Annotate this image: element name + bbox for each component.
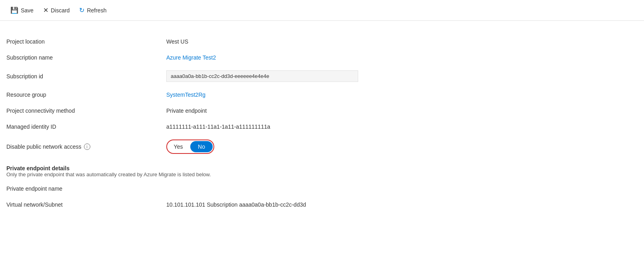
subscription-id-value: aaaa0a0a-bb1b-cc2c-dd3d-eeeeee4e4e4e [166,66,638,87]
project-location-value: West US [166,34,638,50]
toggle-yes-button[interactable]: Yes [167,141,189,152]
refresh-button[interactable]: ↻ Refresh [75,5,110,16]
discard-icon: ✕ [43,7,48,14]
subscription-id-label: Subscription id [6,66,166,87]
save-label: Save [21,7,34,14]
info-icon[interactable]: i [84,143,90,150]
form-grid: Project location West US Subscription na… [6,34,638,213]
content-area: Project location West US Subscription na… [0,21,644,225]
private-endpoint-name-label: Private endpoint name [6,181,166,197]
connectivity-method-label: Project connectivity method [6,103,166,119]
private-endpoint-section-header: Private endpoint details Only the privat… [6,159,638,181]
save-button[interactable]: 💾 Save [6,5,38,16]
subscription-name-label: Subscription name [6,50,166,66]
private-endpoint-name-value [166,181,638,197]
discard-button[interactable]: ✕ Discard [39,5,74,16]
managed-identity-label: Managed identity ID [6,119,166,135]
connectivity-method-value: Private endpoint [166,103,638,119]
managed-identity-value: a1111111-a111-11a1-1a11-a111111111a [166,119,638,135]
disable-public-network-label: Disable public network access i [6,135,166,159]
resource-group-value[interactable]: SystemTest2Rg [166,87,638,103]
refresh-icon: ↻ [79,7,84,14]
virtual-network-label: Virtual network/Subnet [6,197,166,213]
toolbar: 💾 Save ✕ Discard ↻ Refresh [0,0,644,21]
private-endpoint-title: Private endpoint details [6,165,638,171]
resource-group-label: Resource group [6,87,166,103]
subscription-name-value[interactable]: Azure Migrate Test2 [166,50,638,66]
virtual-network-value: 10.101.101.101 Subscription aaaa0a0a-bb1… [166,197,638,213]
toggle-container-wrapper: Yes No [166,135,638,159]
refresh-label: Refresh [87,7,106,14]
toggle-yes-no: Yes No [166,139,214,154]
toggle-no-button[interactable]: No [190,141,213,152]
project-location-label: Project location [6,34,166,50]
private-endpoint-description: Only the private endpoint that was autom… [6,171,638,179]
discard-label: Discard [51,7,70,14]
save-icon: 💾 [10,7,18,14]
subscription-id-box: aaaa0a0a-bb1b-cc2c-dd3d-eeeeee4e4e4e [166,70,358,82]
